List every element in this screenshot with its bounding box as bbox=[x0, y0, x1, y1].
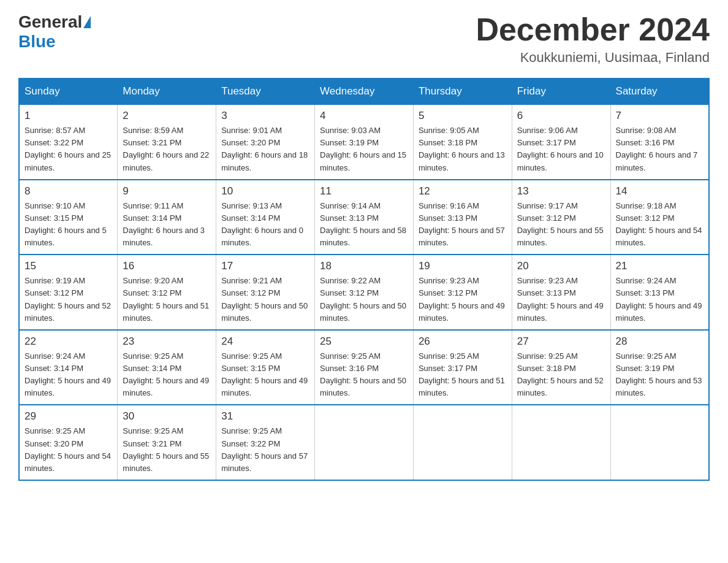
day-info: Sunrise: 9:10 AMSunset: 3:15 PMDaylight:… bbox=[25, 200, 112, 250]
calendar-cell: 7 Sunrise: 9:08 AMSunset: 3:16 PMDayligh… bbox=[610, 104, 709, 180]
day-number: 13 bbox=[517, 185, 605, 197]
calendar-cell: 23 Sunrise: 9:25 AMSunset: 3:14 PMDaylig… bbox=[118, 330, 216, 405]
day-number: 24 bbox=[221, 335, 309, 348]
day-info: Sunrise: 9:25 AMSunset: 3:14 PMDaylight:… bbox=[123, 350, 211, 400]
calendar-cell bbox=[610, 405, 709, 480]
logo-triangle-icon bbox=[83, 16, 91, 28]
calendar-cell: 29 Sunrise: 9:25 AMSunset: 3:20 PMDaylig… bbox=[19, 405, 118, 480]
day-info: Sunrise: 9:14 AMSunset: 3:13 PMDaylight:… bbox=[320, 200, 408, 250]
title-section: December 2024 Koukkuniemi, Uusimaa, Finl… bbox=[476, 12, 710, 66]
day-info: Sunrise: 9:25 AMSunset: 3:21 PMDaylight:… bbox=[123, 425, 211, 475]
day-info: Sunrise: 9:20 AMSunset: 3:12 PMDaylight:… bbox=[123, 275, 211, 324]
day-info: Sunrise: 9:24 AMSunset: 3:14 PMDaylight:… bbox=[25, 350, 112, 400]
day-number: 28 bbox=[616, 335, 703, 348]
day-info: Sunrise: 9:25 AMSunset: 3:22 PMDaylight:… bbox=[221, 425, 309, 475]
day-info: Sunrise: 9:05 AMSunset: 3:18 PMDaylight:… bbox=[419, 124, 507, 174]
header-thursday: Thursday bbox=[413, 79, 512, 104]
day-info: Sunrise: 9:25 AMSunset: 3:20 PMDaylight:… bbox=[25, 425, 112, 475]
calendar-cell: 19 Sunrise: 9:23 AMSunset: 3:12 PMDaylig… bbox=[413, 255, 512, 330]
day-number: 15 bbox=[25, 260, 112, 272]
day-number: 2 bbox=[123, 110, 211, 122]
day-number: 6 bbox=[517, 110, 605, 122]
week-row-1: 1 Sunrise: 8:57 AMSunset: 3:22 PMDayligh… bbox=[19, 104, 709, 180]
day-number: 8 bbox=[25, 185, 112, 197]
calendar-cell: 5 Sunrise: 9:05 AMSunset: 3:18 PMDayligh… bbox=[413, 104, 512, 180]
day-number: 30 bbox=[123, 410, 211, 423]
day-number: 17 bbox=[221, 260, 309, 272]
calendar-cell: 1 Sunrise: 8:57 AMSunset: 3:22 PMDayligh… bbox=[19, 104, 118, 180]
month-title: December 2024 bbox=[476, 12, 710, 47]
calendar-cell: 25 Sunrise: 9:25 AMSunset: 3:16 PMDaylig… bbox=[315, 330, 414, 405]
day-number: 26 bbox=[419, 335, 507, 348]
calendar-header-row: SundayMondayTuesdayWednesdayThursdayFrid… bbox=[19, 79, 709, 104]
calendar-cell: 3 Sunrise: 9:01 AMSunset: 3:20 PMDayligh… bbox=[216, 104, 315, 180]
day-info: Sunrise: 9:25 AMSunset: 3:16 PMDaylight:… bbox=[320, 350, 408, 400]
calendar-cell: 2 Sunrise: 8:59 AMSunset: 3:21 PMDayligh… bbox=[118, 104, 216, 180]
calendar-cell: 10 Sunrise: 9:13 AMSunset: 3:14 PMDaylig… bbox=[216, 180, 315, 255]
calendar-cell bbox=[413, 405, 512, 480]
calendar-cell: 22 Sunrise: 9:24 AMSunset: 3:14 PMDaylig… bbox=[19, 330, 118, 405]
calendar-cell: 8 Sunrise: 9:10 AMSunset: 3:15 PMDayligh… bbox=[19, 180, 118, 255]
calendar-cell: 15 Sunrise: 9:19 AMSunset: 3:12 PMDaylig… bbox=[19, 255, 118, 330]
week-row-5: 29 Sunrise: 9:25 AMSunset: 3:20 PMDaylig… bbox=[19, 405, 709, 480]
day-info: Sunrise: 9:25 AMSunset: 3:18 PMDaylight:… bbox=[517, 350, 605, 400]
day-number: 14 bbox=[616, 185, 703, 197]
logo-general-text: General bbox=[18, 12, 82, 32]
day-number: 25 bbox=[320, 335, 408, 348]
day-number: 10 bbox=[221, 185, 309, 197]
calendar-cell: 30 Sunrise: 9:25 AMSunset: 3:21 PMDaylig… bbox=[118, 405, 216, 480]
calendar-cell: 13 Sunrise: 9:17 AMSunset: 3:12 PMDaylig… bbox=[512, 180, 610, 255]
day-number: 19 bbox=[419, 260, 507, 272]
header-monday: Monday bbox=[118, 79, 216, 104]
day-number: 7 bbox=[616, 110, 703, 122]
week-row-4: 22 Sunrise: 9:24 AMSunset: 3:14 PMDaylig… bbox=[19, 330, 709, 405]
calendar-cell: 31 Sunrise: 9:25 AMSunset: 3:22 PMDaylig… bbox=[216, 405, 315, 480]
calendar-cell: 26 Sunrise: 9:25 AMSunset: 3:17 PMDaylig… bbox=[413, 330, 512, 405]
day-info: Sunrise: 9:23 AMSunset: 3:12 PMDaylight:… bbox=[419, 275, 507, 324]
calendar-cell: 27 Sunrise: 9:25 AMSunset: 3:18 PMDaylig… bbox=[512, 330, 610, 405]
day-number: 4 bbox=[320, 110, 408, 122]
day-info: Sunrise: 9:11 AMSunset: 3:14 PMDaylight:… bbox=[123, 200, 211, 250]
header-friday: Friday bbox=[512, 79, 610, 104]
header-wednesday: Wednesday bbox=[315, 79, 414, 104]
calendar-cell: 11 Sunrise: 9:14 AMSunset: 3:13 PMDaylig… bbox=[315, 180, 414, 255]
day-number: 29 bbox=[25, 410, 112, 423]
day-number: 12 bbox=[419, 185, 507, 197]
calendar-cell: 20 Sunrise: 9:23 AMSunset: 3:13 PMDaylig… bbox=[512, 255, 610, 330]
day-info: Sunrise: 9:24 AMSunset: 3:13 PMDaylight:… bbox=[616, 275, 703, 324]
calendar-cell: 16 Sunrise: 9:20 AMSunset: 3:12 PMDaylig… bbox=[118, 255, 216, 330]
week-row-2: 8 Sunrise: 9:10 AMSunset: 3:15 PMDayligh… bbox=[19, 180, 709, 255]
calendar-cell: 17 Sunrise: 9:21 AMSunset: 3:12 PMDaylig… bbox=[216, 255, 315, 330]
calendar-cell: 21 Sunrise: 9:24 AMSunset: 3:13 PMDaylig… bbox=[610, 255, 709, 330]
page-header: General Blue December 2024 Koukkuniemi, … bbox=[18, 12, 710, 66]
calendar-cell: 6 Sunrise: 9:06 AMSunset: 3:17 PMDayligh… bbox=[512, 104, 610, 180]
day-number: 23 bbox=[123, 335, 211, 348]
day-number: 18 bbox=[320, 260, 408, 272]
day-info: Sunrise: 9:13 AMSunset: 3:14 PMDaylight:… bbox=[221, 200, 309, 250]
calendar-table: SundayMondayTuesdayWednesdayThursdayFrid… bbox=[18, 78, 710, 481]
day-info: Sunrise: 9:25 AMSunset: 3:19 PMDaylight:… bbox=[616, 350, 703, 400]
day-number: 5 bbox=[419, 110, 507, 122]
day-info: Sunrise: 9:18 AMSunset: 3:12 PMDaylight:… bbox=[616, 200, 703, 250]
day-info: Sunrise: 9:21 AMSunset: 3:12 PMDaylight:… bbox=[221, 275, 309, 324]
header-saturday: Saturday bbox=[610, 79, 709, 104]
calendar-cell bbox=[512, 405, 610, 480]
day-number: 20 bbox=[517, 260, 605, 272]
day-number: 3 bbox=[221, 110, 309, 122]
day-info: Sunrise: 9:17 AMSunset: 3:12 PMDaylight:… bbox=[517, 200, 605, 250]
day-info: Sunrise: 9:23 AMSunset: 3:13 PMDaylight:… bbox=[517, 275, 605, 324]
location: Koukkuniemi, Uusimaa, Finland bbox=[476, 50, 710, 66]
logo-blue-text: Blue bbox=[18, 32, 56, 52]
day-number: 27 bbox=[517, 335, 605, 348]
calendar-cell: 24 Sunrise: 9:25 AMSunset: 3:15 PMDaylig… bbox=[216, 330, 315, 405]
day-info: Sunrise: 9:03 AMSunset: 3:19 PMDaylight:… bbox=[320, 124, 408, 174]
day-number: 11 bbox=[320, 185, 408, 197]
calendar-cell: 4 Sunrise: 9:03 AMSunset: 3:19 PMDayligh… bbox=[315, 104, 414, 180]
day-number: 31 bbox=[221, 410, 309, 423]
day-info: Sunrise: 9:25 AMSunset: 3:15 PMDaylight:… bbox=[221, 350, 309, 400]
day-number: 21 bbox=[616, 260, 703, 272]
calendar-cell: 9 Sunrise: 9:11 AMSunset: 3:14 PMDayligh… bbox=[118, 180, 216, 255]
week-row-3: 15 Sunrise: 9:19 AMSunset: 3:12 PMDaylig… bbox=[19, 255, 709, 330]
day-info: Sunrise: 9:22 AMSunset: 3:12 PMDaylight:… bbox=[320, 275, 408, 324]
day-info: Sunrise: 8:59 AMSunset: 3:21 PMDaylight:… bbox=[123, 124, 211, 174]
